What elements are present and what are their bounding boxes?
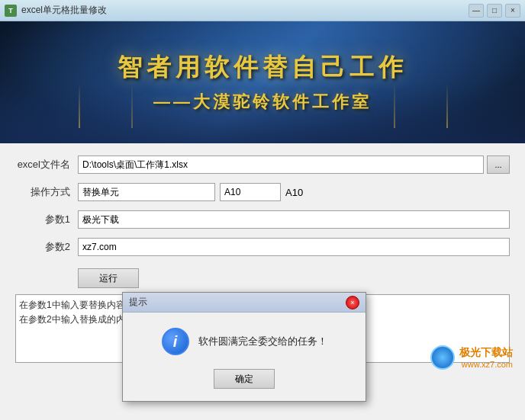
param2-label: 参数2 bbox=[15, 240, 70, 254]
minimize-button[interactable]: — bbox=[469, 4, 484, 18]
brand-url: www.xz7.com bbox=[462, 360, 513, 369]
param1-input[interactable] bbox=[78, 210, 510, 229]
banner-title2: ——大漠驼铃软件工作室 bbox=[153, 91, 372, 114]
maximize-button[interactable]: □ bbox=[487, 4, 502, 18]
dialog-content-row: i 软件圆满完全委交给的任务！ bbox=[162, 328, 327, 355]
road-light bbox=[446, 82, 448, 128]
param1-row: 参数1 bbox=[15, 210, 510, 229]
app-icon: T bbox=[5, 5, 17, 17]
road-light bbox=[131, 82, 133, 128]
file-label: excel文件名 bbox=[15, 158, 70, 172]
road-light bbox=[394, 82, 395, 128]
file-input[interactable] bbox=[78, 155, 484, 174]
banner-title1: 智者用软件替自己工作 bbox=[118, 51, 407, 85]
window-controls: — □ × bbox=[469, 4, 520, 18]
main-wrapper: excel文件名 ... 操作方式 A10 参数1 参数2 运行 bbox=[0, 143, 525, 377]
dialog-box: 提示 × i 软件圆满完全委交给的任务！ 确定 bbox=[122, 292, 366, 402]
dialog-body: i 软件圆满完全委交给的任务！ 确定 bbox=[123, 313, 366, 401]
road-light bbox=[79, 82, 80, 128]
param2-input[interactable] bbox=[78, 238, 510, 256]
param1-label: 参数1 bbox=[15, 213, 70, 226]
brand-text: 极光下载站 www.xz7.com bbox=[459, 346, 513, 369]
brand-name: 极光下载站 bbox=[459, 346, 513, 360]
mode-row: 操作方式 A10 bbox=[15, 183, 510, 201]
dialog-info-icon: i bbox=[162, 328, 189, 355]
mode-label: 操作方式 bbox=[15, 185, 70, 199]
browse-button[interactable]: ... bbox=[487, 155, 510, 174]
run-button[interactable]: 运行 bbox=[78, 268, 139, 288]
title-bar: T excel单元格批量修改 — □ × bbox=[0, 0, 525, 21]
dialog-title-bar: 提示 × bbox=[123, 293, 366, 313]
brand-logo bbox=[430, 345, 455, 370]
bottom-brand: 极光下载站 www.xz7.com bbox=[430, 345, 513, 370]
dialog-title: 提示 bbox=[129, 296, 346, 309]
run-row: 运行 bbox=[15, 265, 510, 288]
close-button[interactable]: × bbox=[505, 4, 520, 18]
banner: 智者用软件替自己工作 ——大漠驼铃软件工作室 bbox=[0, 21, 525, 143]
window-title: excel单元格批量修改 bbox=[21, 4, 469, 17]
range-separator: A10 bbox=[285, 187, 303, 198]
dialog-ok-button[interactable]: 确定 bbox=[214, 369, 275, 389]
mode-input[interactable] bbox=[78, 183, 215, 201]
range-inputs: A10 bbox=[220, 183, 303, 201]
file-row: excel文件名 ... bbox=[15, 155, 510, 174]
param2-row: 参数2 bbox=[15, 238, 510, 256]
range-start-input[interactable] bbox=[220, 183, 281, 201]
dialog-close-button[interactable]: × bbox=[346, 296, 359, 309]
dialog-message: 软件圆满完全委交给的任务！ bbox=[198, 335, 327, 348]
